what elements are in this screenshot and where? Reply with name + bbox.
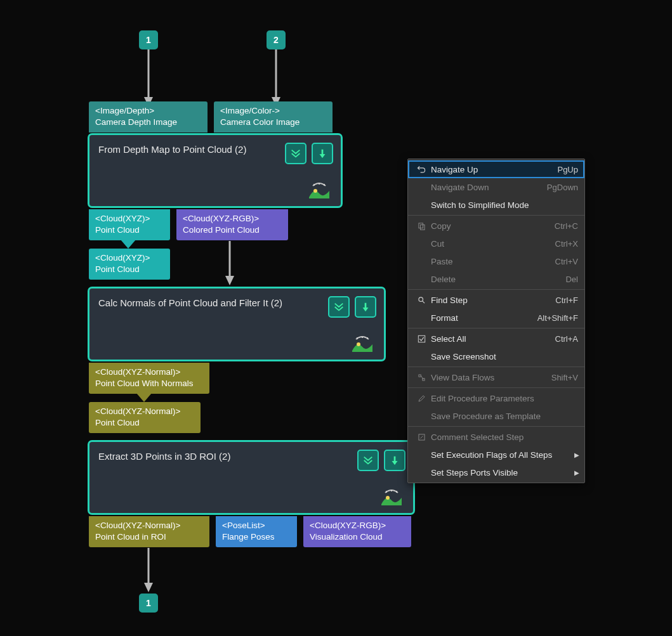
action-expand-icon[interactable] <box>357 450 379 471</box>
menu-item-shortcut: Alt+Shift+F <box>537 313 578 323</box>
menu-item-format[interactable]: FormatAlt+Shift+F <box>408 309 584 327</box>
connector-notch <box>136 393 152 402</box>
port-name: Point Cloud <box>95 264 164 275</box>
port-name: Colored Point Cloud <box>183 224 282 236</box>
menu-item-label: Switch to Simplified Mode <box>428 200 578 210</box>
svg-rect-26 <box>418 223 423 228</box>
menu-item-navigate-up[interactable]: Navigate UpPgUp <box>408 160 584 178</box>
menu-item-label: Set Execution Flags of All Steps <box>428 450 578 460</box>
graph-input-2[interactable]: 2 <box>267 30 286 49</box>
svg-point-20 <box>386 496 390 500</box>
menu-item-label: Navigate Up <box>428 165 557 174</box>
menu-separator <box>408 426 584 427</box>
port-name: Visualization Cloud <box>310 531 405 543</box>
svg-marker-5 <box>320 154 326 158</box>
menu-separator <box>408 387 584 388</box>
edit-icon <box>414 433 428 441</box>
submenu-arrow-icon: ▶ <box>574 451 579 458</box>
pencil-icon <box>414 394 428 403</box>
svg-point-28 <box>418 297 423 301</box>
output-port-point-cloud-with-normals[interactable]: <Cloud(XYZ-Normal)> Point Cloud With Nor… <box>89 363 209 394</box>
svg-rect-27 <box>420 224 425 230</box>
input-port-point-cloud-normals[interactable]: <Cloud(XYZ-Normal)> Point Cloud <box>89 402 201 433</box>
flow-icon <box>414 373 428 382</box>
graph-input-label: 2 <box>273 35 279 45</box>
preview-icon <box>306 182 332 201</box>
menu-separator <box>408 289 584 290</box>
menu-item-shortcut: PgUp <box>557 165 578 174</box>
menu-item-select-all[interactable]: Select AllCtrl+A <box>408 330 584 347</box>
menu-item-label: Cut <box>428 239 555 249</box>
menu-item-comment-selected-step: Comment Selected Step <box>408 428 584 446</box>
menu-item-cut: CutCtrl+X <box>408 235 584 252</box>
action-down-icon[interactable] <box>355 296 376 318</box>
menu-item-navigate-down: Navigate DownPgDown <box>408 178 584 196</box>
action-down-icon[interactable] <box>312 143 333 164</box>
copy-icon <box>414 222 428 230</box>
menu-item-label: Save Screenshot <box>428 352 578 361</box>
graph-input-label: 1 <box>146 35 151 45</box>
step-from-depth-map-to-point-cloud[interactable]: From Depth Map to Point Cloud (2) <box>88 133 343 208</box>
menu-item-shortcut: Shift+V <box>551 373 578 382</box>
action-expand-icon[interactable] <box>285 143 306 164</box>
output-port-visualization-cloud[interactable]: <Cloud(XYZ-RGB)> Visualization Cloud <box>303 516 411 547</box>
port-name: Point Cloud <box>95 224 164 236</box>
port-name: Camera Depth Image <box>95 117 201 128</box>
graph-output-label: 1 <box>146 598 151 608</box>
svg-marker-25 <box>144 583 153 592</box>
svg-line-29 <box>422 301 424 302</box>
menu-item-shortcut: Ctrl+X <box>555 239 578 249</box>
output-port-point-cloud-in-roi[interactable]: <Cloud(XYZ-Normal)> Point Cloud in ROI <box>89 516 209 547</box>
menu-item-label: Delete <box>428 275 565 284</box>
menu-item-edit-procedure-parameters: Edit Procedure Parameters <box>408 389 584 407</box>
menu-item-copy: CopyCtrl+C <box>408 217 584 235</box>
menu-item-label: Navigate Down <box>428 183 547 192</box>
menu-item-shortcut: PgDown <box>547 183 578 192</box>
menu-item-label: Edit Procedure Parameters <box>428 394 578 403</box>
graph-output-1[interactable]: 1 <box>139 594 158 613</box>
menu-item-switch-to-simplified-mode[interactable]: Switch to Simplified Mode <box>408 196 584 214</box>
port-type: <Image/Depth> <box>95 105 201 117</box>
step-extract-3d-points-roi[interactable]: Extract 3D Points in 3D ROI (2) <box>88 440 415 515</box>
menu-item-label: Find Step <box>428 295 555 305</box>
input-port-depth-image[interactable]: <Image/Depth> Camera Depth Image <box>89 101 208 133</box>
menu-item-save-screenshot[interactable]: Save Screenshot <box>408 347 584 365</box>
menu-item-label: Copy <box>428 221 555 231</box>
menu-item-shortcut: Ctrl+A <box>555 334 578 344</box>
menu-item-set-execution-flags-of-all-steps[interactable]: Set Execution Flags of All Steps▶ <box>408 446 584 464</box>
svg-point-6 <box>313 189 317 193</box>
port-type: <Image/Color-> <box>220 105 326 117</box>
svg-marker-11 <box>225 276 234 285</box>
port-name: Point Cloud in ROI <box>95 531 203 543</box>
output-port-flange-poses[interactable]: <PoseList> Flange Poses <box>216 516 297 547</box>
input-port-color-image[interactable]: <Image/Color-> Camera Color Image <box>214 101 333 133</box>
menu-item-label: Set Steps Ports Visible <box>428 468 578 477</box>
check-icon <box>414 335 428 343</box>
port-type: <Cloud(XYZ)> <box>95 252 164 264</box>
search-icon <box>414 296 428 304</box>
menu-item-label: Save Procedure as Template <box>428 412 578 421</box>
connector-notch <box>121 240 136 249</box>
submenu-arrow-icon: ▶ <box>574 469 579 476</box>
menu-item-find-step[interactable]: Find StepCtrl+F <box>408 291 584 309</box>
menu-item-view-data-flows: View Data FlowsShift+V <box>408 368 584 386</box>
action-down-icon[interactable] <box>384 450 405 471</box>
menu-item-label: View Data Flows <box>428 373 551 382</box>
svg-point-14 <box>357 342 360 346</box>
node-graph-canvas[interactable]: 1 2 <Image/Depth> Camera Depth Image <Im… <box>0 0 672 636</box>
port-name: Point Cloud <box>95 417 194 429</box>
action-expand-icon[interactable] <box>328 296 350 318</box>
svg-rect-31 <box>418 374 420 376</box>
menu-item-set-steps-ports-visible[interactable]: Set Steps Ports Visible▶ <box>408 464 584 481</box>
graph-input-1[interactable]: 1 <box>139 30 158 49</box>
output-port-point-cloud[interactable]: <Cloud(XYZ)> Point Cloud <box>89 209 170 240</box>
output-port-colored-point-cloud[interactable]: <Cloud(XYZ-RGB)> Colored Point Cloud <box>176 209 288 240</box>
port-name: Camera Color Image <box>220 117 326 128</box>
input-port-point-cloud[interactable]: <Cloud(XYZ)> Point Cloud <box>89 249 170 280</box>
context-menu[interactable]: Navigate UpPgUpNavigate DownPgDownSwitch… <box>407 159 585 483</box>
step-calc-normals[interactable]: Calc Normals of Point Cloud and Filter I… <box>88 287 386 361</box>
menu-item-delete: DeleteDel <box>408 270 584 288</box>
menu-item-label: Select All <box>428 334 555 344</box>
menu-item-shortcut: Del <box>565 275 578 284</box>
menu-item-paste: PasteCtrl+V <box>408 252 584 270</box>
